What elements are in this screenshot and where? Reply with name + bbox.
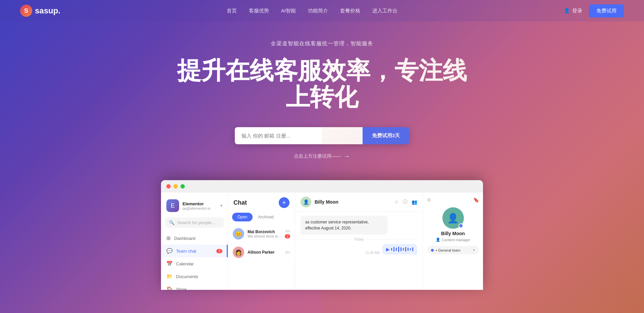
arrow-icon: →: [343, 152, 350, 160]
contact-team[interactable]: • General team ▾: [427, 246, 479, 254]
sidebar-search[interactable]: 🔍 Search for people...: [165, 217, 224, 228]
chat-item-preview: We almost done with brief: [248, 234, 281, 238]
email-input[interactable]: [235, 127, 363, 144]
hero-cta-button[interactable]: 免费试用3天: [363, 127, 409, 144]
add-member-button[interactable]: 👥: [412, 199, 417, 205]
maximize-dot: [180, 184, 185, 189]
dashboard-icon: ⊞: [166, 235, 171, 241]
tab-open[interactable]: Open: [232, 213, 253, 221]
hero-section: 全渠道智能在线客服统一管理，智能服务 提升在线客服效率，专注线上转化 免费试用3…: [0, 0, 644, 313]
app-sidebar: E Elementor qa@elementor.io ▾ 🔍 Search f…: [161, 193, 228, 290]
date-divider: Today: [301, 237, 417, 241]
hero-note: 点击上方注册试用—— →: [294, 152, 350, 160]
active-indicator: [227, 245, 228, 257]
chat-icon: 💬: [166, 248, 173, 254]
chat-item-time: 8m: [285, 251, 290, 254]
team-chat-badge: 3: [216, 249, 222, 253]
hero-input-row: 免费试用3天: [235, 127, 409, 144]
contact-avatar: 👤: [301, 197, 311, 207]
tab-archived[interactable]: Archived: [253, 213, 279, 221]
main-header: S sasup. 首页 客服优势 AI智能 功能简介 套餐价格 进入工作台 👤 …: [0, 0, 644, 21]
info-button[interactable]: ⓘ: [403, 199, 408, 205]
chevron-down-icon: ▾: [473, 248, 475, 252]
nav-features[interactable]: 功能简介: [308, 8, 328, 14]
chat-tabs: Open Archived: [228, 213, 295, 225]
brand-email: qa@elementor.io: [182, 206, 217, 210]
avatar: 👩: [233, 247, 244, 258]
user-icon: 👤: [564, 8, 570, 14]
received-message: as customer service representative, effe…: [301, 216, 388, 234]
chat-item-meta: 8m: [285, 251, 290, 254]
chat-item-meta: 4m 2: [285, 229, 290, 239]
list-item[interactable]: 😊 Mai Borzovich We almost done with brie…: [228, 225, 295, 243]
team-dot: [431, 249, 434, 252]
sent-message: ▶: [382, 244, 417, 255]
main-nav: 首页 客服优势 AI智能 功能简介 套餐价格 进入工作台: [227, 8, 397, 14]
app-preview: E Elementor qa@elementor.io ▾ 🔍 Search f…: [161, 180, 483, 290]
online-status-dot: ✓: [459, 223, 463, 228]
free-trial-button[interactable]: 免费试用: [589, 4, 624, 17]
contact-avatar-large: 👤 ✓: [442, 207, 464, 229]
header-actions: 👤 登录 免费试用: [564, 4, 624, 17]
settings-icon[interactable]: ⚙: [427, 197, 431, 203]
logo: S sasup.: [20, 5, 60, 17]
documents-icon: 📁: [166, 273, 173, 279]
nav-ai[interactable]: AI智能: [281, 8, 296, 14]
chat-item-info: Allison Parker: [248, 250, 282, 255]
chat-messages: as customer service representative, effe…: [295, 212, 423, 290]
nav-pricing[interactable]: 套餐价格: [340, 8, 360, 14]
search-icon: 🔍: [169, 220, 174, 225]
close-dot: [166, 184, 171, 189]
avatar: 😊: [233, 228, 244, 240]
contact-name: Billy Moon: [315, 199, 391, 205]
contact-role: 👤 Content manager: [436, 238, 470, 242]
contact-full-name: Billy Moon: [441, 231, 465, 236]
chat-item-info: Mai Borzovich We almost done with brief: [248, 229, 281, 238]
sidebar-item-store[interactable]: 🏠 Store: [161, 283, 228, 290]
nav-advantage[interactable]: 客服优势: [249, 8, 269, 14]
bookmark-icon[interactable]: 🔖: [473, 197, 479, 203]
message-time: 11:36 AM: [365, 251, 379, 255]
sidebar-brand: E Elementor qa@elementor.io ▾: [161, 198, 228, 217]
main-chat-area: 👤 Billy Moon ☆ ⓘ 👥 as customer service r…: [295, 193, 423, 290]
brand-name: Elementor: [182, 201, 217, 206]
minimize-dot: [173, 184, 178, 189]
main-chat-header: 👤 Billy Moon ☆ ⓘ 👥: [295, 193, 423, 212]
contact-info-panel: ⚙ 🔖 👤 ✓ Billy Moon 👤 Content manager • G…: [423, 193, 483, 290]
hero-title: 提升在线客服效率，专注线上转化: [171, 57, 473, 110]
chat-list: 😊 Mai Borzovich We almost done with brie…: [228, 225, 295, 290]
chat-panel-header: Chat +: [228, 193, 295, 213]
sidebar-item-documents[interactable]: 📁 Documents: [161, 270, 228, 283]
unread-badge: 2: [285, 234, 290, 239]
nav-home[interactable]: 首页: [227, 8, 237, 14]
store-icon: 🏠: [166, 286, 173, 290]
calendar-icon: 📅: [166, 261, 173, 267]
app-body: E Elementor qa@elementor.io ▾ 🔍 Search f…: [161, 193, 483, 290]
chat-item-time: 4m: [285, 229, 290, 233]
sent-message-row: 11:36 AM ▶: [301, 244, 417, 255]
chat-title: Chat: [233, 199, 247, 206]
chat-action-buttons: ☆ ⓘ 👥: [394, 199, 417, 205]
new-chat-button[interactable]: +: [279, 197, 289, 208]
sidebar-item-teamchat[interactable]: 💬 Team chat 3: [161, 245, 228, 257]
chat-item-name: Allison Parker: [248, 250, 282, 255]
search-placeholder-text: Search for people...: [177, 220, 215, 225]
chat-item-name: Mai Borzovich: [248, 229, 281, 234]
role-icon: 👤: [436, 238, 440, 242]
audio-waveform: ▶: [386, 247, 413, 252]
nav-workspace[interactable]: 进入工作台: [372, 8, 397, 14]
list-item[interactable]: 👩 Allison Parker 8m: [228, 243, 295, 262]
star-button[interactable]: ☆: [394, 199, 399, 205]
login-button[interactable]: 👤 登录: [564, 8, 582, 14]
sidebar-item-dashboard[interactable]: ⊞ Dashboard: [161, 232, 228, 245]
app-titlebar: [161, 180, 483, 193]
brand-avatar: E: [166, 199, 179, 212]
chevron-down-icon: ▾: [220, 203, 222, 208]
chat-panel: Chat + Open Archived 😊 Mai Borzovich We …: [228, 193, 295, 290]
logo-icon: S: [20, 5, 32, 17]
right-panel-header: ⚙ 🔖: [427, 197, 479, 203]
hero-subtitle: 全渠道智能在线客服统一管理，智能服务: [271, 40, 373, 47]
play-icon: ▶: [386, 247, 390, 252]
brand-info: Elementor qa@elementor.io: [182, 201, 217, 210]
sidebar-item-calendar[interactable]: 📅 Calendar: [161, 257, 228, 270]
